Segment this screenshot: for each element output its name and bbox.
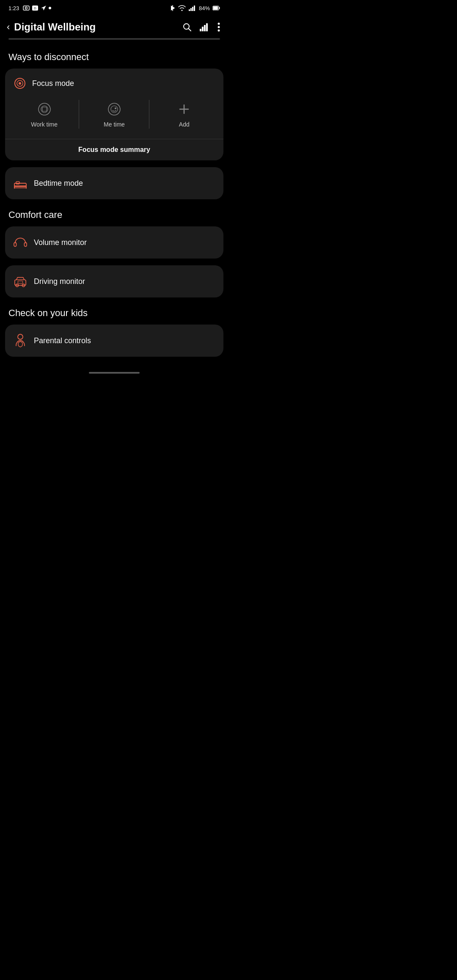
search-button[interactable]: [182, 22, 192, 32]
kids-section-header: Check on your kids: [0, 304, 228, 325]
svg-rect-8: [192, 7, 193, 11]
parental-controls-label: Parental controls: [34, 336, 91, 345]
battery-display: 84%: [199, 5, 210, 11]
chart-button[interactable]: [200, 23, 210, 31]
send-icon: [41, 5, 47, 11]
comfort-care-header: Comfort care: [0, 206, 228, 226]
svg-point-25: [39, 103, 50, 115]
focus-summary-button[interactable]: Focus mode summary: [5, 139, 223, 160]
driving-monitor-label: Driving monitor: [34, 277, 85, 286]
driving-monitor-card[interactable]: Driving monitor: [5, 265, 223, 297]
focus-mode-card: Focus mode Work time: [5, 69, 223, 160]
svg-point-30: [115, 107, 116, 109]
svg-rect-17: [204, 25, 206, 31]
status-left: 1:23 D: [8, 5, 51, 11]
svg-rect-18: [206, 23, 208, 31]
focus-mode-header[interactable]: Focus mode: [5, 69, 223, 96]
svg-rect-16: [202, 27, 204, 31]
svg-rect-7: [190, 8, 192, 11]
svg-point-19: [218, 23, 220, 25]
me-time-icon: [106, 101, 123, 118]
svg-rect-0: [23, 6, 29, 10]
back-button[interactable]: ‹: [7, 22, 10, 33]
photo-icon: [23, 5, 30, 11]
more-button[interactable]: [217, 22, 220, 32]
focus-mode-icon: [14, 77, 26, 90]
driving-monitor-icon: [14, 275, 27, 288]
focus-mode-title: Focus mode: [32, 79, 74, 88]
work-time-item[interactable]: Work time: [9, 96, 79, 132]
scroll-indicator: [8, 38, 220, 40]
bedtime-mode-card[interactable]: Bedtime mode: [5, 167, 223, 199]
battery-icon: [212, 6, 220, 11]
parental-controls-card[interactable]: Parental controls: [5, 325, 223, 357]
focus-summary-label: Focus mode summary: [78, 146, 150, 153]
page-title: Digital Wellbeing: [14, 21, 182, 33]
bottom-indicator: [0, 363, 228, 379]
svg-point-29: [111, 106, 118, 113]
top-nav: ‹ Digital Wellbeing: [0, 14, 228, 37]
svg-point-20: [218, 26, 220, 28]
add-mode-label: Add: [179, 121, 190, 128]
svg-rect-35: [16, 182, 19, 184]
status-right: 84%: [170, 4, 220, 12]
work-time-label: Work time: [31, 121, 58, 128]
parental-controls-icon: [14, 334, 27, 347]
volume-monitor-icon: [14, 236, 27, 249]
svg-rect-27: [42, 107, 47, 111]
svg-rect-9: [194, 6, 195, 11]
add-mode-icon: [176, 101, 193, 118]
svg-point-24: [19, 82, 21, 85]
svg-point-28: [108, 103, 120, 115]
svg-rect-12: [219, 7, 220, 9]
me-time-label: Me time: [104, 121, 125, 128]
signal-icon: [189, 5, 196, 11]
nav-icons: [182, 22, 220, 32]
dot-icon: [49, 7, 51, 9]
time-display: 1:23: [8, 5, 19, 11]
svg-rect-11: [213, 6, 218, 10]
ways-to-disconnect-header: Ways to disconnect: [0, 48, 228, 69]
work-time-icon: [36, 101, 53, 118]
dummy-icon: D: [32, 5, 39, 11]
wifi-icon: [178, 5, 186, 11]
add-mode-item[interactable]: Add: [149, 96, 219, 132]
driving-monitor-item[interactable]: Driving monitor: [5, 265, 223, 297]
svg-text:D: D: [34, 6, 36, 10]
volume-monitor-label: Volume monitor: [34, 238, 87, 247]
svg-rect-15: [200, 29, 201, 31]
focus-modes-grid: Work time Me time Add: [5, 96, 223, 139]
bedtime-mode-label: Bedtime mode: [34, 179, 83, 188]
svg-point-42: [18, 334, 23, 339]
me-time-item[interactable]: Me time: [79, 96, 149, 132]
parental-controls-item[interactable]: Parental controls: [5, 325, 223, 357]
svg-point-4: [49, 7, 51, 9]
bedtime-mode-item[interactable]: Bedtime mode: [5, 167, 223, 199]
svg-point-21: [218, 30, 220, 32]
svg-point-1: [25, 7, 28, 9]
svg-rect-6: [189, 9, 190, 11]
svg-line-14: [189, 29, 191, 31]
volume-monitor-card[interactable]: Volume monitor: [5, 226, 223, 259]
status-bar: 1:23 D 84%: [0, 0, 228, 14]
svg-rect-41: [18, 281, 22, 284]
bluetooth-icon: [170, 4, 175, 12]
home-bar: [89, 372, 140, 374]
bedtime-icon: [14, 176, 27, 190]
volume-monitor-item[interactable]: Volume monitor: [5, 226, 223, 259]
